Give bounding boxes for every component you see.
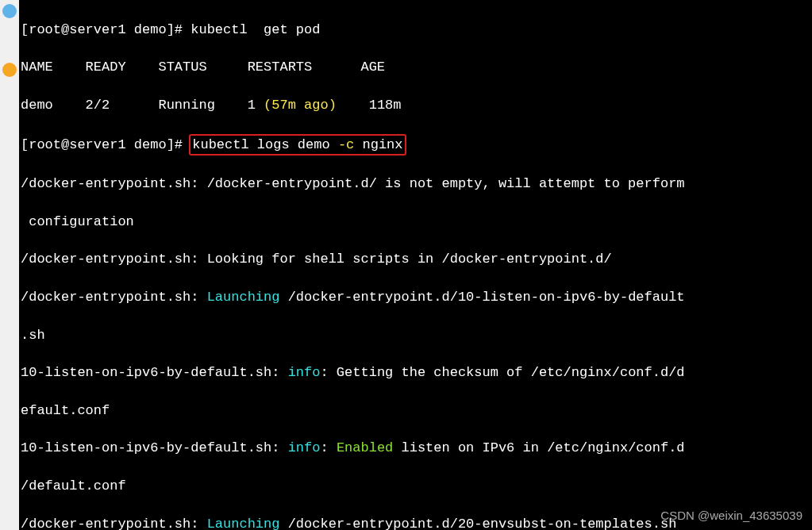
log-prefix: /docker-entrypoint.sh: [21, 290, 207, 305]
orange-icon [2, 63, 17, 77]
launching-label: Launching [207, 517, 280, 530]
command-text: kubectl logs demo [192, 137, 338, 152]
log-suffix: : Getting the checksum of /etc/nginx/con… [320, 365, 684, 380]
prompt-line: [root@server1 demo]# kubectl get pod [21, 21, 812, 40]
log-line: 10-listen-on-ipv6-by-default.sh: info: G… [21, 363, 812, 382]
table-row: demo 2/2 Running 1 (57m ago) 118m [21, 96, 812, 115]
flag: -c [338, 137, 354, 152]
log-suffix: /docker-entrypoint.d/10-listen-on-ipv6-b… [279, 290, 684, 305]
log-line: 10-listen-on-ipv6-by-default.sh: info: E… [21, 439, 812, 458]
log-line: configuration [21, 213, 812, 232]
info-label: info [288, 365, 321, 380]
pod-row-main: demo 2/2 Running 1 [21, 98, 264, 113]
log-line: /docker-entrypoint.sh: Looking for shell… [21, 250, 812, 269]
log-prefix: 10-listen-on-ipv6-by-default.sh: [21, 440, 288, 455]
log-line: /docker-entrypoint.sh: /docker-entrypoin… [21, 175, 812, 194]
enabled-label: Enabled [337, 440, 393, 455]
container-name: nginx [354, 137, 402, 152]
log-line: /docker-entrypoint.sh: Launching /docker… [21, 288, 812, 307]
shell-prompt: [root@server1 demo]# [21, 22, 190, 37]
table-header: NAME READY STATUS RESTARTS AGE [21, 58, 812, 77]
log-prefix: 10-listen-on-ipv6-by-default.sh: [21, 365, 288, 380]
log-line: .sh [21, 326, 812, 345]
editor-gutter [0, 0, 19, 530]
restart-age: (57m ago) [264, 98, 337, 113]
shell-prompt: [root@server1 demo]# [21, 137, 190, 152]
highlight-box: kubectl logs demo -c nginx [189, 134, 406, 156]
log-suffix: /docker-entrypoint.d/20-envsubst-on-temp… [279, 517, 676, 530]
terminal-output[interactable]: [root@server1 demo]# kubectl get pod NAM… [0, 2, 812, 530]
command-text: kubectl get pod [190, 22, 320, 37]
launching-label: Launching [207, 290, 280, 305]
watermark-text: CSDN @weixin_43635039 [660, 507, 802, 524]
log-line: /default.conf [21, 477, 812, 496]
prompt-line: [root@server1 demo]# kubectl logs demo -… [21, 134, 812, 156]
info-label: info [288, 440, 321, 455]
plane-icon [2, 4, 17, 18]
log-line: efault.conf [21, 401, 812, 421]
pod-age: 118m [337, 98, 402, 113]
log-suffix: listen on IPv6 in /etc/nginx/conf.d [393, 440, 684, 455]
log-mid: : [320, 440, 336, 455]
log-prefix: /docker-entrypoint.sh: [21, 517, 207, 530]
